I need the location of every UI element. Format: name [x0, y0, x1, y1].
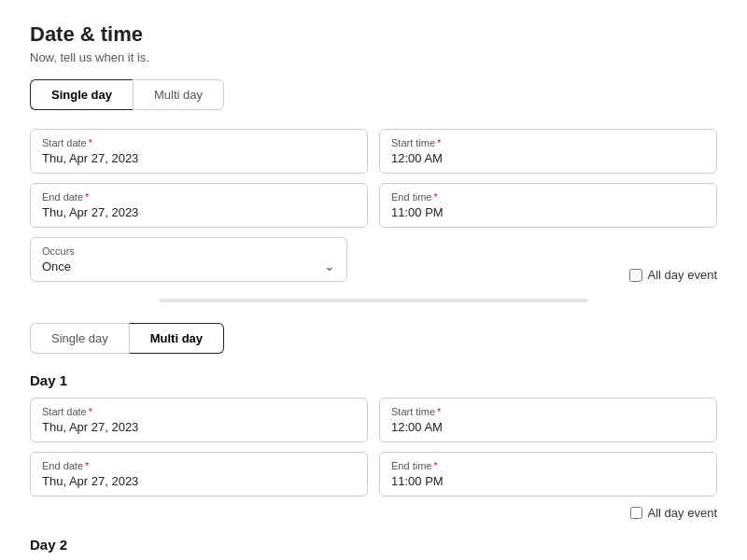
day1-all-day-checkbox[interactable] — [630, 507, 642, 519]
day1-all-day-text: All day event — [648, 506, 717, 520]
tab-multi-day-1[interactable]: Multi day — [133, 79, 224, 110]
end-date-value-1: Thu, Apr 27, 2023 — [42, 205, 138, 219]
start-date-value-1: Thu, Apr 27, 2023 — [42, 151, 138, 165]
all-day-text-1: All day event — [648, 268, 717, 282]
start-date-label-1: Start date* — [42, 137, 356, 148]
occurs-label: Occurs — [42, 245, 335, 257]
day1-end-date-label: End date* — [42, 460, 356, 471]
end-time-field-1[interactable]: End time* 11:00 PM — [379, 183, 717, 228]
day1-start-date-field[interactable]: Start date* Thu, Apr 27, 2023 — [30, 398, 368, 442]
day1-start-time-field[interactable]: Start time* 12:00 AM — [379, 398, 717, 442]
tab-multi-day-2[interactable]: Multi day — [129, 323, 224, 354]
day1-end-time-value: 11:00 PM — [391, 474, 444, 488]
day1-end-row: End date* Thu, Apr 27, 2023 End time* 11… — [30, 452, 717, 497]
start-time-label-1: Start time* — [391, 137, 705, 148]
date-row-1: Start date* Thu, Apr 27, 2023 Start time… — [30, 129, 717, 174]
end-row-1: End date* Thu, Apr 27, 2023 End time* 11… — [30, 183, 717, 228]
page-title: Date & time — [30, 22, 717, 47]
tab-single-day-1[interactable]: Single day — [30, 79, 133, 110]
day1-section: Day 1 Start date* Thu, Apr 27, 2023 Star… — [30, 372, 717, 520]
day1-start-time-label: Start time* — [391, 406, 705, 417]
day1-label: Day 1 — [30, 372, 717, 388]
day1-date-row: Start date* Thu, Apr 27, 2023 Start time… — [30, 398, 717, 442]
section-divider — [159, 299, 588, 302]
day1-start-date-value: Thu, Apr 27, 2023 — [42, 420, 138, 434]
day1-end-time-field[interactable]: End time* 11:00 PM — [379, 452, 717, 497]
day1-end-date-value: Thu, Apr 27, 2023 — [42, 474, 138, 488]
end-date-label-1: End date* — [42, 191, 356, 203]
tab-group-section1: Single day Multi day — [30, 79, 717, 110]
day2-label: Day 2 — [30, 537, 717, 553]
end-date-field-1[interactable]: End date* Thu, Apr 27, 2023 — [30, 183, 368, 228]
all-day-checkbox-1[interactable] — [629, 269, 642, 282]
tab-group-section2: Single day Multi day — [30, 323, 717, 354]
day1-start-date-label: Start date* — [42, 406, 356, 417]
end-time-label-1: End time* — [391, 191, 705, 203]
start-date-field-1[interactable]: Start date* Thu, Apr 27, 2023 — [30, 129, 368, 174]
chevron-down-icon[interactable]: ⌄ — [324, 259, 335, 273]
page-subtitle: Now, tell us when it is. — [30, 50, 717, 64]
day2-section: Day 2 Start date* Fri, Apr 28, 2023 Star… — [30, 537, 717, 560]
day1-all-day-row: All day event — [30, 506, 717, 520]
occurs-field[interactable]: Occurs Once ⌄ — [30, 237, 347, 282]
all-day-event-label-1[interactable]: All day event — [629, 268, 717, 282]
occurs-value: Once — [42, 259, 71, 273]
end-time-value-1: 11:00 PM — [391, 205, 444, 219]
occurs-row: Occurs Once ⌄ All day event — [30, 237, 717, 282]
start-time-value-1: 12:00 AM — [391, 151, 443, 165]
day1-start-time-value: 12:00 AM — [391, 420, 443, 434]
start-time-field-1[interactable]: Start time* 12:00 AM — [379, 129, 717, 174]
tab-single-day-2[interactable]: Single day — [30, 323, 129, 354]
day1-end-date-field[interactable]: End date* Thu, Apr 27, 2023 — [30, 452, 368, 497]
day1-end-time-label: End time* — [391, 460, 705, 471]
